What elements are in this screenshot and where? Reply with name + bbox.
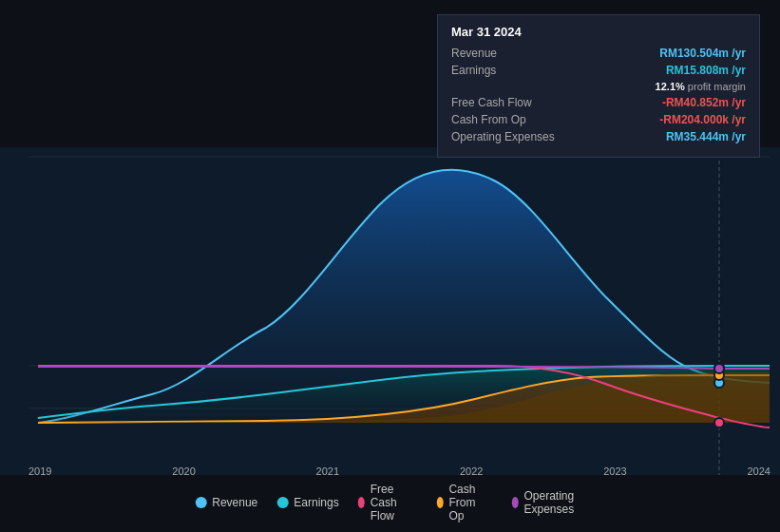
legend-cashop[interactable]: Cash From Op [436,483,492,522]
tooltip-fcf-label: Free Cash Flow [451,96,565,109]
legend: Revenue Earnings Free Cash Flow Cash Fro… [195,483,585,522]
tooltip-cashop-row: Cash From Op -RM204.000k /yr [451,113,746,126]
tooltip-earnings-row: Earnings RM15.808m /yr [451,64,746,77]
tooltip-date: Mar 31 2024 [451,25,746,39]
legend-fcf[interactable]: Free Cash Flow [358,483,418,522]
tooltip-revenue-value: RM130.504m /yr [659,47,746,60]
legend-fcf-dot [358,497,365,508]
legend-earnings-label: Earnings [294,496,338,509]
x-label-2023: 2023 [603,466,626,477]
legend-cashop-dot [436,497,443,508]
tooltip-opex-value: RM35.444m /yr [666,130,746,143]
tooltip-margin-value: 12.1% profit margin [656,81,746,92]
legend-opex[interactable]: Operating Expenses [511,489,584,516]
tooltip-cashop-label: Cash From Op [451,113,565,126]
legend-revenue[interactable]: Revenue [195,496,257,509]
tooltip-opex-row: Operating Expenses RM35.444m /yr [451,130,746,143]
x-label-2019: 2019 [29,466,51,477]
tooltip-fcf-row: Free Cash Flow -RM40.852m /yr [451,96,746,109]
legend-opex-dot [511,497,518,508]
legend-opex-label: Operating Expenses [523,489,584,516]
svg-point-7 [714,418,724,428]
x-label-2022: 2022 [460,466,483,477]
legend-revenue-dot [195,497,206,508]
chart-container: Mar 31 2024 Revenue RM130.504m /yr Earni… [0,0,780,532]
tooltip-fcf-value: -RM40.852m /yr [662,96,746,109]
legend-earnings[interactable]: Earnings [276,496,338,509]
x-label-2020: 2020 [172,466,195,477]
x-label-2021: 2021 [316,466,339,477]
tooltip-earnings-label: Earnings [451,64,565,77]
tooltip-cashop-value: -RM204.000k /yr [659,113,746,126]
tooltip-earnings-value: RM15.808m /yr [666,64,746,77]
tooltip-revenue-label: Revenue [451,47,565,60]
tooltip-revenue-row: Revenue RM130.504m /yr [451,47,746,60]
main-chart [0,147,780,475]
x-label-2024: 2024 [747,466,770,477]
svg-point-9 [714,364,724,373]
tooltip-margin-row: 12.1% profit margin [451,81,746,92]
legend-cashop-label: Cash From Op [448,483,492,522]
x-labels: 2019 2020 2021 2022 2023 2024 [29,466,770,477]
legend-fcf-label: Free Cash Flow [371,483,418,522]
tooltip-opex-label: Operating Expenses [451,130,565,143]
tooltip-box: Mar 31 2024 Revenue RM130.504m /yr Earni… [437,14,760,158]
legend-revenue-label: Revenue [212,496,257,509]
legend-earnings-dot [276,497,288,508]
